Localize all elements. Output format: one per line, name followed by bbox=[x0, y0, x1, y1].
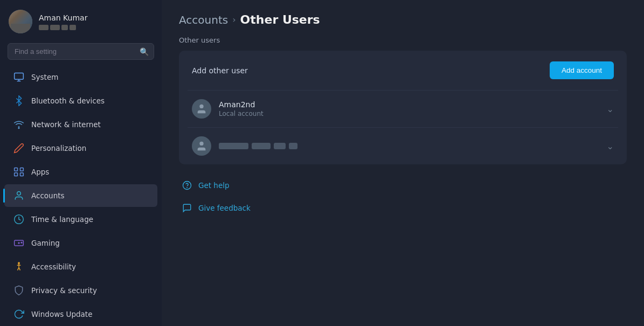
blur-block4 bbox=[289, 143, 297, 149]
svg-point-3 bbox=[18, 128, 19, 129]
get-help-label: Get help bbox=[198, 181, 230, 190]
sidebar-item-label: Apps bbox=[31, 168, 49, 176]
search-box: 🔍 bbox=[8, 43, 154, 60]
sidebar-item-time[interactable]: Time & language bbox=[4, 208, 157, 231]
user-row-name: Aman2nd bbox=[219, 100, 599, 109]
sidebar-item-label: Network & internet bbox=[31, 120, 101, 129]
personalization-icon bbox=[13, 142, 25, 154]
sidebar-item-label: Windows Update bbox=[31, 310, 92, 318]
give-feedback-label: Give feedback bbox=[198, 204, 251, 212]
add-user-label: Add other user bbox=[192, 66, 248, 75]
sidebar-item-update[interactable]: Windows Update bbox=[4, 303, 157, 325]
blur-block2 bbox=[252, 143, 271, 149]
user-info-aman2nd: Aman2nd Local account bbox=[219, 100, 599, 117]
dot2 bbox=[50, 25, 60, 30]
breadcrumb-separator: › bbox=[232, 15, 236, 25]
breadcrumb-current: Other Users bbox=[240, 13, 320, 26]
sidebar-item-label: System bbox=[31, 73, 58, 81]
sidebar-item-label: Privacy & security bbox=[31, 286, 97, 295]
user-profile[interactable]: Aman Kumar bbox=[0, 0, 162, 41]
avatar bbox=[9, 10, 32, 33]
svg-rect-6 bbox=[15, 173, 18, 176]
apps-icon bbox=[13, 166, 25, 178]
user-avatar-hidden bbox=[192, 136, 211, 156]
breadcrumb: Accounts › Other Users bbox=[179, 13, 627, 26]
get-help-icon bbox=[181, 179, 193, 191]
search-input[interactable] bbox=[8, 43, 154, 60]
bluetooth-icon bbox=[13, 95, 25, 107]
svg-point-19 bbox=[199, 142, 203, 145]
chevron-down-icon: ⌄ bbox=[607, 104, 614, 114]
accounts-icon bbox=[13, 190, 25, 202]
time-icon bbox=[13, 213, 25, 225]
search-icon: 🔍 bbox=[140, 47, 149, 56]
chevron-down-icon2: ⌄ bbox=[607, 141, 614, 151]
sidebar-item-label: Personalization bbox=[31, 144, 86, 152]
other-users-card: Add other user Add account Aman2nd Local… bbox=[179, 51, 627, 164]
sidebar-item-label: Gaming bbox=[31, 239, 60, 247]
user-row-sub: Local account bbox=[219, 110, 599, 117]
gaming-icon bbox=[13, 237, 25, 249]
sidebar-item-accessibility[interactable]: Accessibility bbox=[4, 255, 157, 278]
svg-rect-0 bbox=[15, 73, 24, 80]
add-user-row: Add other user Add account bbox=[179, 51, 627, 90]
dot4 bbox=[70, 25, 76, 30]
main-content: Accounts › Other Users Other users Add o… bbox=[162, 0, 644, 326]
section-title: Other users bbox=[179, 36, 627, 44]
dot1 bbox=[39, 25, 49, 30]
svg-point-18 bbox=[199, 105, 203, 108]
svg-point-13 bbox=[21, 242, 22, 243]
sidebar-item-accounts[interactable]: Accounts bbox=[4, 184, 157, 207]
blur-block1 bbox=[219, 143, 248, 149]
sidebar-item-label: Accounts bbox=[31, 191, 65, 200]
user-info-hidden bbox=[219, 143, 599, 149]
user-row-aman2nd[interactable]: Aman2nd Local account ⌄ bbox=[179, 91, 627, 127]
give-feedback-link[interactable]: Give feedback bbox=[179, 198, 627, 218]
svg-rect-7 bbox=[20, 173, 24, 176]
privacy-icon bbox=[13, 285, 25, 296]
blur-block3 bbox=[274, 143, 286, 149]
svg-point-8 bbox=[17, 192, 21, 196]
user-avatar-aman2nd bbox=[192, 99, 211, 119]
svg-rect-4 bbox=[15, 168, 18, 171]
accessibility-icon bbox=[13, 261, 25, 273]
sidebar-item-system[interactable]: System bbox=[4, 66, 157, 88]
person-icon bbox=[196, 103, 207, 115]
person-icon2 bbox=[196, 140, 207, 152]
sidebar-item-privacy[interactable]: Privacy & security bbox=[4, 279, 157, 302]
svg-point-14 bbox=[18, 262, 20, 264]
sidebar-item-label: Accessibility bbox=[31, 262, 76, 271]
user-name: Aman Kumar bbox=[39, 13, 87, 22]
add-account-button[interactable]: Add account bbox=[550, 61, 614, 79]
sidebar-item-network[interactable]: Network & internet bbox=[4, 113, 157, 136]
sidebar-item-apps[interactable]: Apps bbox=[4, 161, 157, 183]
sidebar-item-label: Bluetooth & devices bbox=[31, 96, 105, 105]
sidebar-item-bluetooth[interactable]: Bluetooth & devices bbox=[4, 89, 157, 112]
user-info: Aman Kumar bbox=[39, 13, 87, 30]
breadcrumb-parent[interactable]: Accounts bbox=[179, 13, 228, 26]
update-icon bbox=[13, 308, 25, 320]
sidebar: Aman Kumar 🔍 System Bluetooth & de bbox=[0, 0, 162, 326]
sidebar-item-gaming[interactable]: Gaming bbox=[4, 232, 157, 254]
blurred-name bbox=[219, 143, 599, 149]
user-row-hidden[interactable]: ⌄ bbox=[179, 128, 627, 164]
sidebar-item-personalization[interactable]: Personalization bbox=[4, 137, 157, 159]
dot3 bbox=[61, 25, 68, 30]
help-section: Get help Give feedback bbox=[179, 175, 627, 218]
user-dots bbox=[39, 25, 87, 30]
svg-point-20 bbox=[183, 182, 191, 190]
svg-line-17 bbox=[19, 268, 20, 270]
get-help-link[interactable]: Get help bbox=[179, 175, 627, 196]
sidebar-item-label: Time & language bbox=[31, 215, 93, 224]
give-feedback-icon bbox=[181, 202, 193, 214]
system-icon bbox=[13, 71, 25, 83]
svg-rect-5 bbox=[20, 168, 24, 171]
network-icon bbox=[13, 119, 25, 130]
